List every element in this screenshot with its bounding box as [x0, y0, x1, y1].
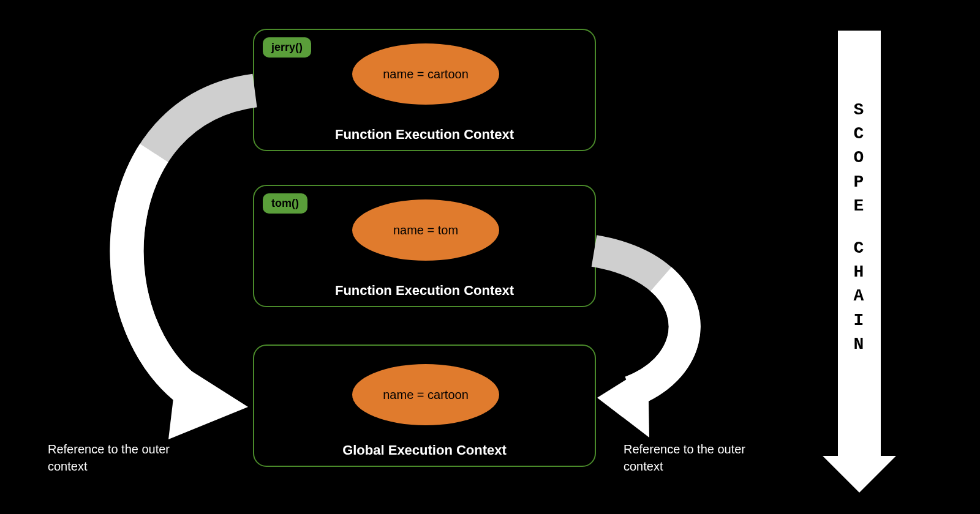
- scope-chain-word2: CHAIN: [838, 236, 881, 356]
- reference-label-right: Reference to the outer context: [624, 441, 783, 475]
- variable-ellipse-jerry: name = cartoon: [352, 43, 499, 105]
- context-box-jerry: jerry() name = cartoon Function Executio…: [253, 29, 596, 151]
- context-box-tom: tom() name = tom Function Execution Cont…: [253, 185, 596, 307]
- variable-ellipse-global: name = cartoon: [352, 364, 499, 425]
- arrow-right: [594, 251, 685, 438]
- svg-marker-0: [168, 362, 248, 439]
- variable-ellipse-tom: name = tom: [352, 199, 499, 261]
- scope-chain-text: SCOPE CHAIN: [838, 98, 881, 356]
- arrow-left: [127, 91, 255, 439]
- diagram-canvas: jerry() name = cartoon Function Executio…: [0, 0, 980, 514]
- reference-label-left: Reference to the outer context: [48, 441, 207, 475]
- context-box-global: name = cartoon Global Execution Context: [253, 345, 596, 467]
- context-title-jerry: Function Execution Context: [254, 127, 595, 143]
- svg-marker-1: [597, 366, 649, 438]
- function-tag-tom: tom(): [263, 193, 307, 214]
- function-tag-jerry: jerry(): [263, 37, 311, 58]
- scope-chain-arrowhead: [823, 456, 896, 493]
- scope-chain-word1: SCOPE: [838, 98, 881, 218]
- context-title-tom: Function Execution Context: [254, 283, 595, 299]
- context-title-global: Global Execution Context: [254, 442, 595, 458]
